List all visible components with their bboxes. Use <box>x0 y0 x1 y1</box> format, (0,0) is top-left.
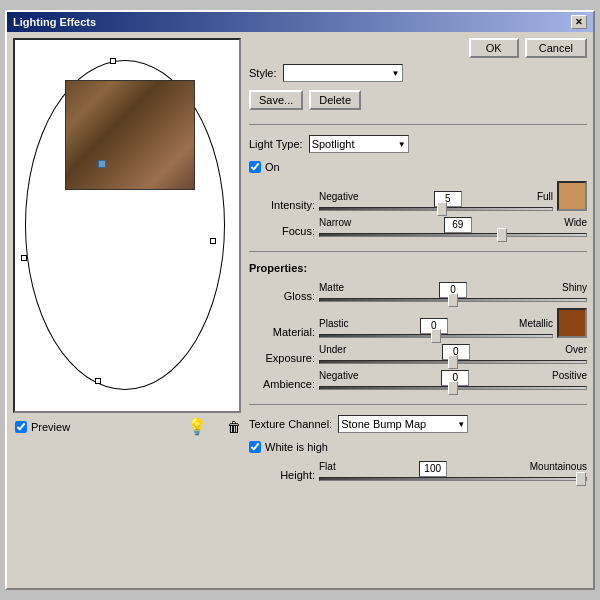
lighting-effects-dialog: Lighting Effects ✕ Pr <box>5 10 595 590</box>
intensity-color-swatch[interactable] <box>557 181 587 211</box>
material-row: Material: Plastic 0 Metallic <box>249 308 587 338</box>
texture-channel-label: Texture Channel: <box>249 418 332 430</box>
preview-controls: Preview 💡 🗑 <box>13 413 243 440</box>
texture-channel-arrow: ▼ <box>457 420 465 429</box>
light-type-arrow: ▼ <box>398 140 406 149</box>
on-label: On <box>265 161 280 173</box>
exposure-row: Exposure: Under 0 Over <box>249 344 587 364</box>
exposure-slider-container: Under 0 Over <box>319 344 587 364</box>
height-label: Height: <box>249 469 319 481</box>
canvas-handle-bottom[interactable] <box>95 378 101 384</box>
ok-button[interactable]: OK <box>469 38 519 58</box>
light-type-row: Light Type: Spotlight ▼ <box>249 135 587 153</box>
ambience-slider[interactable] <box>319 386 587 390</box>
gloss-row: Gloss: Matte 0 Shiny <box>249 282 587 302</box>
stone-texture-preview <box>65 80 195 190</box>
light-center-point[interactable] <box>98 160 106 168</box>
focus-slider[interactable] <box>319 233 587 237</box>
gloss-slider-container: Matte 0 Shiny <box>319 282 587 302</box>
material-color-swatch[interactable] <box>557 308 587 338</box>
light-type-value: Spotlight <box>312 138 355 150</box>
exposure-slider[interactable] <box>319 360 587 364</box>
trash-icon[interactable]: 🗑 <box>227 419 241 435</box>
texture-channel-select[interactable]: Stone Bump Map ▼ <box>338 415 468 433</box>
height-slider[interactable] <box>319 477 587 481</box>
canvas-handle-right[interactable] <box>210 238 216 244</box>
properties-label: Properties: <box>249 262 307 274</box>
save-button[interactable]: Save... <box>249 90 303 110</box>
preview-canvas-area <box>13 38 241 413</box>
left-panel: Preview 💡 🗑 <box>13 38 243 483</box>
preview-icons: 💡 🗑 <box>187 417 241 436</box>
intensity-slider[interactable] <box>319 207 553 211</box>
cancel-button[interactable]: Cancel <box>525 38 587 58</box>
divider-2 <box>249 251 587 252</box>
title-bar: Lighting Effects ✕ <box>7 12 593 32</box>
save-delete-row: Save... Delete <box>249 90 587 110</box>
texture-channel-value: Stone Bump Map <box>341 418 426 430</box>
material-label: Material: <box>249 326 319 338</box>
divider-3 <box>249 404 587 405</box>
white-is-high-checkbox[interactable] <box>249 441 261 453</box>
white-is-high-row: White is high <box>249 441 587 453</box>
ambience-label: Ambience: <box>249 378 319 390</box>
canvas-handle-left[interactable] <box>21 255 27 261</box>
style-row: Style: ▼ <box>249 64 587 82</box>
light-type-select[interactable]: Spotlight ▼ <box>309 135 409 153</box>
dialog-body: Preview 💡 🗑 OK Cancel Style: <box>7 32 593 489</box>
height-row: Height: Flat 100 Mountainous <box>249 461 587 481</box>
gloss-slider[interactable] <box>319 298 587 302</box>
style-label: Style: <box>249 67 277 79</box>
exposure-label: Exposure: <box>249 352 319 364</box>
close-button[interactable]: ✕ <box>571 15 587 29</box>
dialog-title: Lighting Effects <box>13 16 96 28</box>
preview-checkbox[interactable] <box>15 421 27 433</box>
height-slider-container: Flat 100 Mountainous <box>319 461 587 481</box>
intensity-slider-container: Negative 5 Full <box>319 191 553 211</box>
material-slider-container: Plastic 0 Metallic <box>319 318 553 338</box>
gloss-label: Gloss: <box>249 290 319 302</box>
style-select[interactable]: ▼ <box>283 64 403 82</box>
top-buttons: OK Cancel <box>249 38 587 58</box>
focus-row: Focus: Narrow 69 Wide <box>249 217 587 237</box>
on-checkbox-row: On <box>249 161 587 173</box>
ambience-row: Ambience: Negative 0 Positive <box>249 370 587 390</box>
ambience-slider-container: Negative 0 Positive <box>319 370 587 390</box>
on-checkbox[interactable] <box>249 161 261 173</box>
focus-slider-container: Narrow 69 Wide <box>319 217 587 237</box>
canvas-handle-top[interactable] <box>110 58 116 64</box>
intensity-row: Intensity: Negative 5 Full <box>249 181 587 211</box>
preview-checkbox-row: Preview <box>15 421 70 433</box>
style-dropdown-arrow: ▼ <box>392 69 400 78</box>
texture-channel-row: Texture Channel: Stone Bump Map ▼ <box>249 415 587 433</box>
properties-section: Properties: <box>249 262 587 274</box>
divider-1 <box>249 124 587 125</box>
delete-button[interactable]: Delete <box>309 90 361 110</box>
right-panel: OK Cancel Style: ▼ Save... Delete Light … <box>249 38 587 483</box>
intensity-label: Intensity: <box>249 199 319 211</box>
focus-label: Focus: <box>249 225 319 237</box>
white-is-high-label: White is high <box>265 441 328 453</box>
material-slider[interactable] <box>319 334 553 338</box>
lightbulb-icon[interactable]: 💡 <box>187 417 207 436</box>
light-type-label: Light Type: <box>249 138 303 150</box>
preview-label: Preview <box>31 421 70 433</box>
